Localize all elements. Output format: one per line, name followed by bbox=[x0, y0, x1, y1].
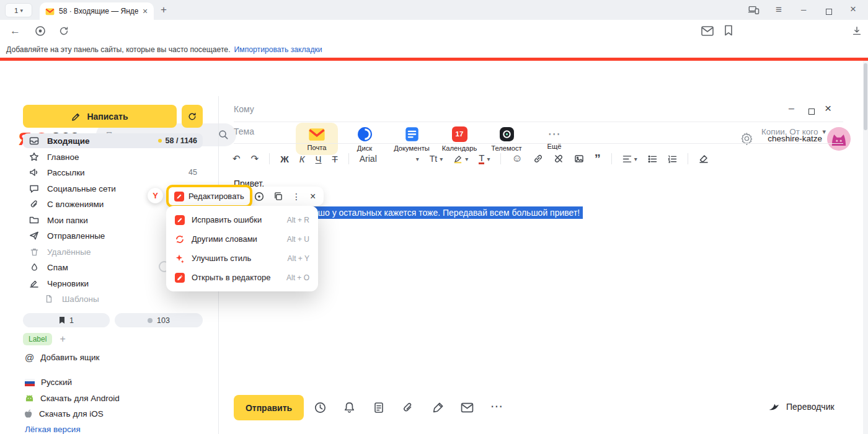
folder-label: Удалённые bbox=[47, 247, 91, 257]
back-button[interactable]: ← bbox=[10, 25, 20, 37]
edit-button-highlighted[interactable]: Редактировать bbox=[166, 185, 252, 208]
add-label-button[interactable]: + bbox=[60, 334, 65, 345]
compose-restore-button[interactable] bbox=[808, 106, 815, 117]
bullet-list-icon[interactable] bbox=[648, 155, 657, 163]
download-android-link[interactable]: Скачать для Android bbox=[25, 394, 120, 403]
popup-toolbar: ⋮ × bbox=[246, 187, 324, 206]
browser-menu-icon[interactable]: ≡ bbox=[776, 4, 782, 16]
menu-item-rephrase[interactable]: Другими словами Alt + U bbox=[166, 229, 318, 249]
cc-from-toggle[interactable]: Копии, От кого ▾ bbox=[761, 127, 826, 136]
download-ios-link[interactable]: Скачать для iOS bbox=[25, 409, 104, 418]
mail-quick-access-icon[interactable] bbox=[701, 26, 714, 36]
chat-bubble-icon bbox=[29, 184, 40, 193]
refresh-icon[interactable] bbox=[58, 25, 69, 37]
send-button[interactable]: Отправить bbox=[234, 395, 304, 420]
cc-from-label: Копии, От кого bbox=[761, 127, 818, 136]
dot-icon bbox=[148, 318, 153, 323]
sidebar-item-inbox[interactable]: Входящие 58 / 1146 bbox=[23, 133, 203, 148]
popup-close-icon[interactable]: × bbox=[310, 191, 316, 202]
font-size-select[interactable]: Tt ▾ bbox=[430, 154, 443, 164]
sidebar-item-main[interactable]: Главное bbox=[23, 149, 203, 164]
more-vertical-icon[interactable]: ⋮ bbox=[292, 192, 301, 202]
signature-pen-icon[interactable] bbox=[432, 401, 445, 414]
italic-icon[interactable]: К bbox=[299, 154, 305, 164]
link-icon[interactable] bbox=[533, 154, 543, 164]
calendar-badge: 17 bbox=[456, 130, 464, 138]
sidebar-item-newsletters[interactable]: Рассылки 45 bbox=[23, 165, 203, 180]
android-icon bbox=[25, 394, 34, 402]
tab-close-icon[interactable]: × bbox=[143, 6, 148, 16]
text-color-button[interactable]: Т ▾ bbox=[479, 153, 490, 164]
folder-label: Рассылки bbox=[47, 168, 85, 177]
download-android-label: Скачать для Android bbox=[40, 394, 120, 403]
avatar[interactable] bbox=[827, 127, 851, 151]
selected-text[interactable]: ошо у остальных кажется тоже. Передавай … bbox=[310, 206, 583, 219]
unlink-icon[interactable] bbox=[554, 154, 564, 164]
new-tab-button[interactable]: + bbox=[161, 4, 167, 16]
light-version-link[interactable]: Лёгкая версия bbox=[25, 425, 81, 434]
highlight-color-button[interactable]: ▾ bbox=[453, 154, 468, 164]
copy-icon[interactable] bbox=[273, 192, 283, 201]
y-letter: Y bbox=[153, 191, 158, 200]
download-icon[interactable] bbox=[851, 25, 862, 37]
note-icon[interactable] bbox=[373, 401, 385, 414]
underline-icon[interactable]: Ч bbox=[316, 154, 322, 164]
scrollbar-thumb[interactable] bbox=[864, 63, 867, 130]
compose-close-button[interactable]: × bbox=[825, 102, 831, 115]
tab-counter-value: 1 bbox=[14, 7, 18, 14]
assistant-icon[interactable] bbox=[254, 192, 264, 202]
font-family-select[interactable]: Arial ▾ bbox=[360, 154, 419, 164]
chevron-down-icon: ▾ bbox=[634, 156, 637, 162]
menu-item-fix-errors[interactable]: Исправить ошибки Alt + R bbox=[166, 210, 318, 229]
numbered-list-icon[interactable] bbox=[668, 155, 677, 163]
add-mailbox-button[interactable]: @ Добавить ящик bbox=[25, 352, 100, 363]
menu-item-open-in-editor[interactable]: Открыть в редакторе Alt + O bbox=[166, 268, 318, 287]
window-minimize-button[interactable]: – bbox=[801, 4, 806, 14]
translator-label: Переводчик bbox=[786, 402, 835, 412]
active-tab[interactable]: 58 · Входящие — Янде × bbox=[40, 2, 154, 20]
divider bbox=[269, 153, 270, 164]
download-ios-label: Скачать для iOS bbox=[39, 409, 104, 418]
folder-label: С вложениями bbox=[47, 200, 104, 209]
template-envelope-icon[interactable] bbox=[461, 402, 474, 413]
bookmark-icon[interactable] bbox=[724, 25, 733, 36]
window-close-button[interactable]: × bbox=[850, 3, 856, 16]
text-color-letter: Т bbox=[479, 153, 484, 164]
folder-label: Черновики bbox=[47, 279, 89, 288]
bold-icon[interactable]: Ж bbox=[280, 154, 289, 164]
sync-devices-icon[interactable] bbox=[748, 4, 760, 16]
redo-icon[interactable]: ↷ bbox=[251, 153, 259, 164]
document-icon bbox=[43, 294, 55, 303]
undo-icon[interactable]: ↶ bbox=[232, 153, 241, 164]
more-options-icon[interactable]: ⋯ bbox=[490, 399, 503, 414]
align-button[interactable]: ▾ bbox=[622, 155, 637, 163]
translator-button[interactable]: Переводчик bbox=[768, 401, 835, 413]
alice-assistant-icon[interactable] bbox=[35, 25, 46, 37]
to-field-label: Кому bbox=[234, 104, 254, 114]
emoji-icon[interactable]: ☺ bbox=[512, 153, 522, 165]
import-bookmarks-link[interactable]: Импортировать закладки bbox=[234, 45, 322, 54]
tab-counter-button[interactable]: 1 ▾ bbox=[5, 3, 32, 17]
reminder-bell-icon[interactable] bbox=[343, 401, 356, 414]
attach-file-icon[interactable] bbox=[402, 401, 414, 414]
insert-image-icon[interactable] bbox=[574, 154, 584, 164]
schedule-send-icon[interactable] bbox=[314, 401, 327, 414]
strikethrough-icon[interactable]: Т bbox=[332, 154, 338, 164]
quote-icon[interactable]: ” bbox=[595, 156, 601, 162]
language-selector[interactable]: Русский bbox=[25, 378, 72, 387]
font-family-value: Arial bbox=[360, 154, 377, 164]
clear-formatting-icon[interactable] bbox=[699, 154, 709, 163]
sidebar-item-templates[interactable]: Шаблоны bbox=[23, 291, 203, 306]
folder-label: Социальные сети bbox=[47, 184, 116, 193]
yandex-assist-button[interactable]: Y bbox=[148, 188, 163, 203]
label-tag[interactable]: Label bbox=[23, 333, 52, 345]
russian-flag-icon bbox=[25, 379, 35, 386]
refresh-mail-button[interactable] bbox=[182, 105, 203, 128]
folder-label: Отправленные bbox=[47, 231, 105, 241]
unread-pill[interactable]: 103 bbox=[115, 313, 203, 327]
compose-minimize-button[interactable]: – bbox=[789, 103, 794, 114]
window-maximize-button[interactable] bbox=[826, 6, 832, 17]
saved-pill[interactable]: 1 bbox=[23, 313, 110, 327]
compose-button[interactable]: Написать bbox=[23, 105, 177, 128]
menu-item-improve-style[interactable]: Улучшить стиль Alt + Y bbox=[166, 249, 318, 268]
